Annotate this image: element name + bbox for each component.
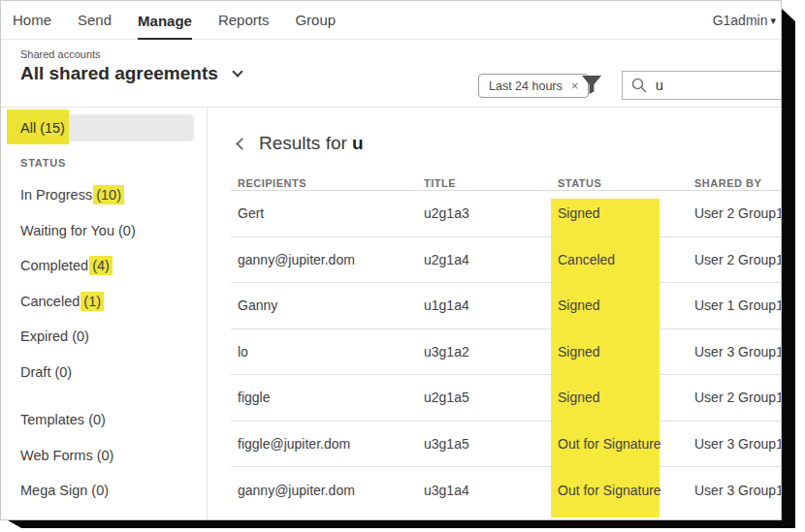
col-header-recipients[interactable]: RECIPIENTS	[231, 177, 424, 189]
cell-shared-by: User 2 Group1	[694, 390, 781, 405]
chevron-down-icon	[232, 66, 242, 77]
table-row[interactable]: ganny@jupiter.dom u3g1a4 Out for Signatu…	[231, 467, 781, 514]
cell-title: u2g1a3	[424, 205, 558, 221]
agreements-scope-dropdown[interactable]: All shared agreements	[20, 63, 242, 84]
table-row[interactable]: lo u3g1a2 Signed User 3 Group1	[231, 329, 781, 376]
table-row[interactable]: Ganny u1g1a4 Signed User 1 Group1	[231, 283, 781, 329]
cell-status: Out for Signature	[558, 436, 694, 452]
account-scope-label: Shared accounts	[20, 48, 101, 60]
sidebar-item-templates[interactable]: Templates (0)	[1, 402, 207, 438]
col-header-title[interactable]: TITLE	[424, 177, 558, 189]
cell-title: u3g1a5	[424, 436, 558, 452]
cell-status: Signed	[558, 205, 694, 221]
results-query: u	[352, 133, 364, 153]
results-title: Results for u	[259, 133, 364, 154]
sidebar-gap	[1, 390, 207, 402]
cell-recipient: figgle	[231, 390, 424, 405]
cell-title: u3g1a4	[424, 483, 558, 498]
sidebar-item-all-label: All (15)	[20, 120, 65, 136]
filter-chip-last-24-hours[interactable]: Last 24 hours ×	[478, 74, 589, 98]
content-area: All (15) STATUS In Progress (10) Waiting…	[1, 108, 781, 520]
filter-funnel-icon[interactable]	[581, 75, 602, 95]
screenshot-canvas: Home Send Manage Reports Group G1admin ▾…	[0, 0, 805, 532]
cell-recipient: ganny@jupiter.dom	[231, 252, 424, 267]
cell-recipient: figgle@jupiter.dom	[231, 436, 424, 452]
sidebar-filters: All (15) STATUS In Progress (10) Waiting…	[1, 108, 208, 520]
cell-recipient: Ganny	[231, 297, 424, 313]
col-header-shared-by[interactable]: SHARED BY	[694, 177, 781, 189]
annotation-highlight-count: (10)	[93, 185, 124, 204]
top-nav: Home Send Manage Reports Group G1admin ▾	[1, 1, 781, 40]
table-header-row: RECIPIENTS TITLE STATUS SHARED BY	[231, 177, 781, 191]
cell-recipient: ganny@jupiter.dom	[231, 483, 424, 498]
sidebar-item-waiting-for-you[interactable]: Waiting for You (0)	[1, 213, 207, 249]
sub-header: Shared accounts All shared agreements La…	[1, 40, 781, 108]
sidebar-item-mega-sign[interactable]: Mega Sign (0)	[1, 473, 207, 509]
cell-shared-by: User 3 Group1	[694, 436, 781, 452]
table-row[interactable]: ganny@jupiter.dom u2g1a4 Canceled User 2…	[231, 237, 781, 284]
cell-shared-by: User 2 Group1	[694, 252, 781, 267]
nav-tab-manage[interactable]: Manage	[138, 1, 192, 40]
nav-tab-send[interactable]: Send	[78, 1, 112, 40]
results-panel: Results for u RECIPIENTS TITLE STATUS SH…	[208, 108, 781, 520]
sidebar-item-web-forms[interactable]: Web Forms (0)	[1, 438, 207, 474]
filter-chip-label: Last 24 hours	[489, 79, 563, 93]
col-header-status[interactable]: STATUS	[558, 177, 694, 189]
search-query-text: u	[656, 78, 663, 93]
results-table: RECIPIENTS TITLE STATUS SHARED BY Gert u…	[231, 177, 781, 514]
sidebar-section-status: STATUS	[20, 157, 207, 170]
nav-tab-group[interactable]: Group	[295, 1, 336, 40]
cell-status: Signed	[558, 297, 694, 313]
results-header: Results for u	[238, 133, 781, 154]
cell-title: u2g1a4	[424, 252, 558, 267]
chip-close-icon[interactable]: ×	[571, 78, 579, 93]
cell-title: u2g1a5	[424, 390, 558, 405]
cell-shared-by: User 3 Group1	[694, 483, 781, 498]
table-row[interactable]: figgle u2g1a5 Signed User 2 Group1	[231, 375, 781, 422]
annotation-highlight-count: (4)	[89, 256, 113, 275]
cell-shared-by: User 3 Group1	[694, 344, 781, 360]
sidebar-item-in-progress[interactable]: In Progress (10)	[1, 177, 207, 213]
sidebar-item-completed[interactable]: Completed (4)	[1, 248, 207, 284]
nav-tab-home[interactable]: Home	[13, 1, 51, 40]
cell-recipient: lo	[231, 344, 424, 360]
app-window: Home Send Manage Reports Group G1admin ▾…	[0, 0, 782, 520]
sidebar-item-canceled[interactable]: Canceled (1)	[1, 284, 207, 320]
agreements-scope-title: All shared agreements	[20, 63, 218, 84]
sidebar-other-list: Templates (0) Web Forms (0) Mega Sign (0…	[1, 402, 207, 509]
cell-status: Out for Signature	[558, 483, 694, 498]
cell-shared-by: User 2 Group1	[694, 205, 781, 221]
sidebar-status-list: In Progress (10) Waiting for You (0) Com…	[1, 177, 207, 390]
table-row[interactable]: figgle@jupiter.dom u3g1a5 Out for Signat…	[231, 422, 781, 468]
frame-shadow-right	[781, 8, 795, 528]
sidebar-item-draft[interactable]: Draft (0)	[1, 355, 207, 391]
search-input[interactable]: u	[622, 71, 782, 100]
frame-shadow-bottom	[8, 520, 795, 528]
cell-status: Signed	[558, 344, 694, 360]
sidebar-item-all[interactable]: All (15)	[11, 114, 194, 141]
back-chevron-icon[interactable]	[236, 138, 248, 150]
table-row[interactable]: Gert u2g1a3 Signed User 2 Group1	[231, 191, 781, 237]
sidebar-item-expired[interactable]: Expired (0)	[1, 319, 207, 355]
user-name: G1admin	[713, 13, 768, 28]
cell-title: u1g1a4	[424, 297, 558, 313]
cell-status: Canceled	[558, 252, 694, 267]
annotation-highlight-count: (1)	[80, 292, 104, 311]
search-icon	[631, 78, 647, 93]
user-menu-caret-icon: ▾	[770, 15, 776, 27]
cell-recipient: Gert	[231, 205, 424, 221]
cell-shared-by: User 1 Group1	[694, 297, 781, 313]
user-menu[interactable]: G1admin ▾	[713, 1, 776, 40]
cell-status: Signed	[558, 390, 694, 405]
nav-tab-reports[interactable]: Reports	[218, 1, 270, 40]
cell-title: u3g1a2	[424, 344, 558, 360]
